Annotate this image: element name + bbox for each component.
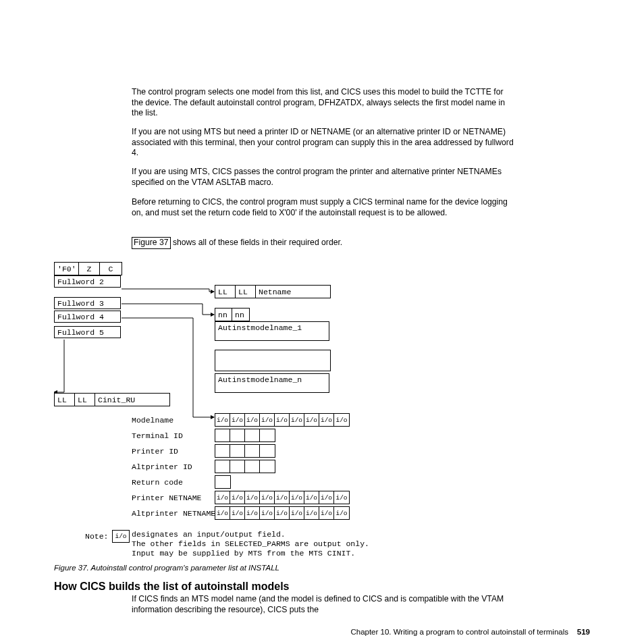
blank-cell <box>215 429 230 441</box>
retcode-cells <box>215 475 231 489</box>
nn-row: nn nn <box>215 308 250 321</box>
label-modelname: Modelname <box>132 416 173 425</box>
io-cell: i/o <box>290 491 304 504</box>
io-cell: i/o <box>245 491 260 504</box>
blank-cell <box>215 476 230 488</box>
paragraph: If you are using MTS, CICS passes the co… <box>132 167 516 188</box>
io-cell: i/o <box>215 414 230 426</box>
altprinternet-cells: i/o i/o i/o i/o i/o i/o i/o i/o i/o <box>215 506 350 520</box>
cell: LL <box>75 394 95 406</box>
cell: Cinit_RU <box>95 394 169 406</box>
paragraph: Before returning to CICS, the control pr… <box>132 197 516 218</box>
cell: 'F0' <box>55 263 79 275</box>
blank-cell <box>215 460 230 473</box>
footer-page-number: 519 <box>577 628 590 636</box>
blank-cell <box>260 429 275 441</box>
label-printernet: Printer NETNAME <box>132 493 202 502</box>
note-io-box: i/o <box>112 530 130 543</box>
blank-cell <box>230 429 245 441</box>
fullword2: Fullword 2 <box>54 275 121 288</box>
note-label: Note: <box>85 532 109 541</box>
io-cell: i/o <box>230 414 245 426</box>
io-cell: i/o <box>245 414 260 426</box>
blank-cell <box>230 460 245 473</box>
label-printerid: Printer ID <box>132 447 178 456</box>
blank-cell <box>245 445 260 457</box>
label-altprinterid: Altprinter ID <box>132 462 192 471</box>
terminalid-cells <box>215 429 275 442</box>
fullword1: 'F0' Z C <box>54 262 122 275</box>
cell: nn <box>215 308 232 321</box>
io-cell: i/o <box>260 507 275 519</box>
page-footer: Chapter 10. Writing a program to control… <box>350 628 590 636</box>
io-cell: i/o <box>275 414 290 426</box>
fullword5: Fullword 5 <box>54 326 121 338</box>
label-terminalid: Terminal ID <box>132 431 183 440</box>
io-cell: i/o <box>334 507 349 519</box>
blank-cell <box>245 429 260 441</box>
text: shows all of these fields in their requi… <box>171 238 343 247</box>
io-cell: i/o <box>245 507 260 519</box>
io-cell: i/o <box>260 491 275 504</box>
printernet-cells: i/o i/o i/o i/o i/o i/o i/o i/o i/o <box>215 491 350 504</box>
io-cell: i/o <box>334 414 349 426</box>
cell: Z <box>79 263 100 275</box>
autinstmodel-n: Autinstmodelname_n <box>215 373 329 393</box>
heading-h2: How CICS builds the list of autoinstall … <box>54 581 289 593</box>
io-cell: i/o <box>275 491 290 504</box>
paragraph: The control program selects one model fr… <box>132 87 516 119</box>
io-cell: i/o <box>113 531 129 542</box>
io-cell: i/o <box>230 491 245 504</box>
io-cell: i/o <box>319 414 334 426</box>
netname-row: LL LL Netname <box>215 285 331 298</box>
paragraph: Figure 37 shows all of these fields in t… <box>132 237 516 249</box>
note-text: designates an input/output field. The ot… <box>132 530 369 558</box>
cell: nn <box>232 308 249 321</box>
fullword4: Fullword 4 <box>54 311 121 323</box>
io-cell: i/o <box>304 507 319 519</box>
io-cell: i/o <box>215 507 230 519</box>
io-cell: i/o <box>260 414 275 426</box>
io-cell: i/o <box>304 491 319 504</box>
figure-reference-link[interactable]: Figure 37 <box>132 237 171 249</box>
modelname-cells: i/o i/o i/o i/o i/o i/o i/o i/o i/o <box>215 413 350 427</box>
printerid-cells <box>215 444 275 458</box>
cell: LL <box>55 394 75 406</box>
blank-cell <box>245 460 260 473</box>
cell: LL <box>236 286 256 298</box>
autinstmodel-1: Autinstmodelname_1 <box>215 321 329 341</box>
paragraph: If CICS finds an MTS model name (and the… <box>132 594 516 615</box>
figure-caption: Figure 37. Autoinstall control program's… <box>54 564 279 572</box>
io-cell: i/o <box>319 491 334 504</box>
autinstmodel-gap <box>215 350 331 371</box>
footer-chapter: Chapter 10. Writing a program to control… <box>350 628 568 636</box>
io-cell: i/o <box>230 507 245 519</box>
cinit-row: LL LL Cinit_RU <box>54 393 170 406</box>
blank-cell <box>260 460 275 473</box>
paragraph: If you are not using MTS but need a prin… <box>132 127 516 159</box>
blank-cell <box>230 445 245 457</box>
altprinterid-cells <box>215 460 275 473</box>
io-cell: i/o <box>290 507 304 519</box>
io-cell: i/o <box>215 491 230 504</box>
blank-cell <box>260 445 275 457</box>
blank-cell <box>215 445 230 457</box>
cell: C <box>100 263 122 275</box>
label-retcode: Return code <box>132 478 183 487</box>
cell: Netname <box>256 286 330 298</box>
io-cell: i/o <box>275 507 290 519</box>
page: The control program selects one model fr… <box>0 0 644 644</box>
io-cell: i/o <box>304 414 319 426</box>
io-cell: i/o <box>319 507 334 519</box>
label-altprinternet: Altprinter NETNAME <box>132 509 215 518</box>
io-cell: i/o <box>334 491 349 504</box>
io-cell: i/o <box>290 414 304 426</box>
fullword3: Fullword 3 <box>54 297 121 309</box>
cell: LL <box>215 286 236 298</box>
figure-diagram: 'F0' Z C Fullword 2 Fullword 3 Fullword … <box>54 262 594 566</box>
